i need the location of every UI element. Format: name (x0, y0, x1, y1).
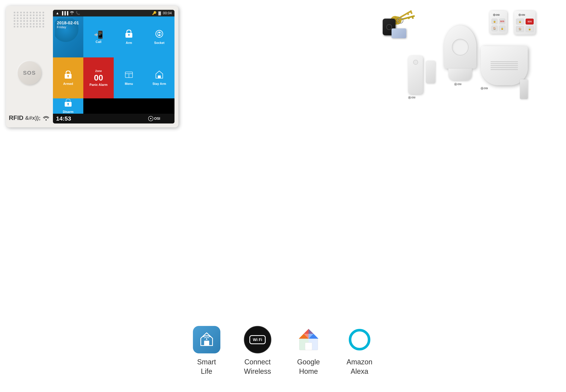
panic-label: Panic Alarm (90, 83, 108, 87)
tile-menu[interactable]: Menu (114, 57, 144, 98)
remote-1-buttons: 🔒 SOS 🏠 🔓 (492, 19, 505, 31)
door-sensor-button (413, 60, 418, 65)
clock-status: 00:04 (163, 11, 172, 15)
sos-label: SOS (23, 70, 36, 76)
alexa-label: AmazonAlexa (346, 357, 372, 376)
svg-point-36 (519, 14, 520, 15)
battery-icon: ▓ (158, 11, 161, 15)
tile-disarm[interactable]: Disarm (53, 98, 83, 114)
speaker-grille (14, 12, 45, 28)
alexa-ring (349, 329, 370, 350)
door-sensor: OSI (408, 56, 438, 113)
svg-point-45 (482, 88, 483, 89)
remote2-btn-lock[interactable]: 🔒 (516, 19, 524, 25)
svg-point-1 (71, 14, 72, 14)
zone-label: Zone (95, 69, 102, 72)
remote-btn-home[interactable]: 🏠 (492, 26, 497, 31)
svg-text:OSI: OSI (484, 87, 488, 90)
remote-2-buttons: 🔒 SOS 🏠 🔓 (516, 19, 534, 32)
pir-base (448, 69, 472, 80)
rfid-label: RFID &#x)); (9, 114, 50, 122)
bars-icon: ▐▐▐ (61, 11, 68, 15)
wifi-status-icon (70, 11, 74, 15)
time-display: 14:53 (56, 115, 71, 122)
google-home-icon (295, 326, 322, 353)
pir-body (444, 26, 476, 69)
osi-logo-screen: OSI (148, 116, 171, 122)
call-label: Call (96, 40, 101, 44)
rfid-wifi-icon (42, 114, 50, 122)
alexa-icon (346, 326, 373, 353)
door-sensor-magnet (426, 61, 435, 83)
google-home-label: GoogleHome (297, 357, 320, 376)
alarm-panel: SOS RFID &#x)); ▲ ▐▐▐ (6, 6, 178, 127)
day-display: Friday (57, 26, 79, 29)
remote2-btn-sos[interactable]: SOS (526, 19, 534, 25)
feature-connect-wireless: Wi Fi ConnectWireless (244, 326, 271, 376)
armed-icon (64, 70, 72, 81)
feature-amazon-alexa: AmazonAlexa (346, 326, 373, 376)
bottom-section: SmartLife Wi Fi ConnectWireless (193, 326, 373, 376)
svg-point-33 (494, 14, 495, 15)
svg-point-48 (206, 338, 207, 340)
siren-grille (491, 61, 518, 70)
key-icon: 🔑 (152, 11, 156, 15)
sos-button[interactable]: SOS (18, 61, 41, 85)
disarm-icon (64, 98, 72, 109)
touch-screen: ▲ ▐▐▐ 📞 🔑 ▓ 00:04 (53, 10, 174, 124)
phone-icon: 📞 (76, 11, 80, 15)
arm-icon (125, 29, 133, 40)
svg-point-4 (156, 30, 163, 37)
tile-stay-arm[interactable]: Stay Arm (144, 57, 174, 98)
svg-text:OSI: OSI (411, 96, 415, 99)
tile-datetime[interactable]: 2018-02-01 Friday (53, 16, 83, 57)
wifi-icon-container: Wi Fi (244, 326, 271, 353)
siren: OSI (481, 46, 534, 105)
svg-text:OSI: OSI (154, 117, 160, 121)
tile-panic[interactable]: Zone 00 Panic Alarm (83, 57, 114, 98)
svg-rect-7 (159, 34, 160, 36)
remote-btn-unlock[interactable]: 🔓 (499, 26, 505, 31)
signal-icon: ▲ (56, 11, 59, 15)
tile-arm[interactable]: Arm (114, 16, 144, 57)
remote-2-brand: OSI (516, 14, 534, 17)
svg-rect-14 (158, 75, 161, 78)
disarm-label: Disarm (63, 110, 73, 114)
svg-point-39 (455, 84, 456, 85)
door-sensor-body (408, 56, 423, 94)
svg-point-42 (409, 97, 410, 98)
svg-point-0 (45, 119, 47, 121)
svg-point-3 (128, 34, 130, 36)
status-bar: ▲ ▐▐▐ 📞 🔑 ▓ 00:04 (53, 10, 174, 16)
tile-socket[interactable]: Socket (144, 16, 174, 57)
rfid-card (392, 28, 406, 38)
door-sensor-brand: OSI (408, 94, 438, 99)
svg-rect-6 (159, 32, 160, 33)
wifi-text: Wi Fi (249, 335, 266, 344)
remote-btn-lock[interactable]: 🔒 (492, 19, 497, 24)
smart-life-label: SmartLife (197, 357, 216, 376)
remote-1: OSI 🔒 SOS 🏠 🔓 (490, 11, 507, 34)
feature-smart-life: SmartLife (193, 326, 220, 376)
stay-arm-icon (155, 70, 164, 81)
socket-label: Socket (154, 41, 164, 45)
pir-lens (452, 39, 468, 56)
zone-number: 00 (94, 74, 103, 82)
screen-footer: 14:53 OSI (53, 114, 174, 124)
arm-label: Arm (126, 41, 132, 45)
pir-brand-label: OSI (440, 83, 480, 86)
remote2-btn-home[interactable]: 🏠 (516, 26, 524, 32)
panel-left: SOS RFID &#x)); (6, 6, 53, 127)
screen-grid: 2018-02-01 Friday 📲 Call (53, 16, 174, 114)
tile-call[interactable]: 📲 Call (83, 16, 114, 57)
tile-armed[interactable]: Armed (53, 57, 83, 98)
connect-wireless-label: ConnectWireless (244, 357, 271, 376)
remote-btn-sos[interactable]: SOS (499, 19, 505, 24)
siren-mount (520, 79, 528, 99)
svg-text:OSI: OSI (521, 14, 525, 16)
remote2-btn-unlock[interactable]: 🔓 (526, 26, 534, 32)
svg-text:OSI: OSI (457, 83, 462, 86)
rfid-text: RFID (9, 114, 24, 122)
armed-label: Armed (63, 82, 73, 86)
menu-label: Menu (125, 82, 133, 86)
